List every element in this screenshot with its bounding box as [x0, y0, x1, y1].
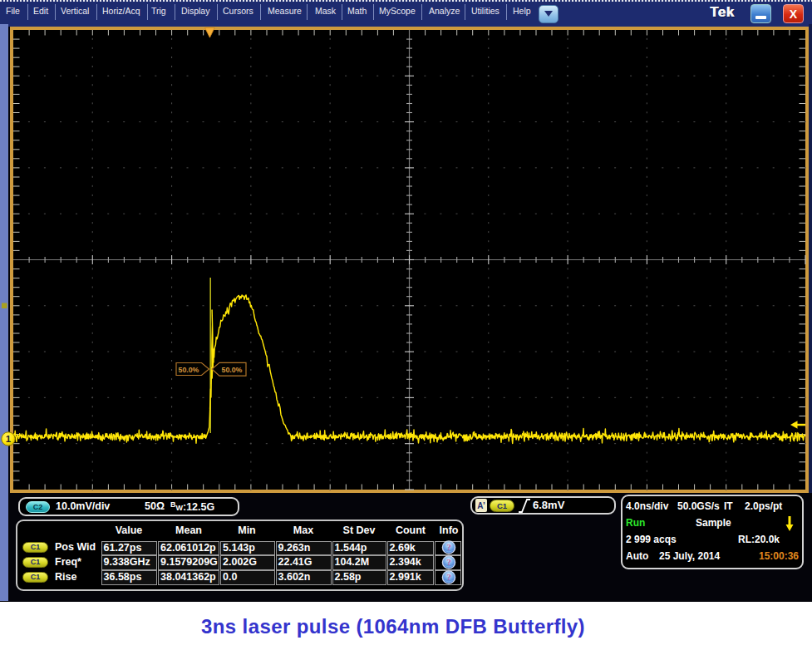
- svg-text:50.0%: 50.0%: [222, 366, 243, 374]
- svg-text:50.0%: 50.0%: [179, 366, 199, 374]
- svg-text:?: ?: [446, 543, 450, 552]
- svg-text:?: ?: [446, 573, 450, 582]
- svg-text:1: 1: [6, 434, 12, 444]
- svg-text:?: ?: [446, 558, 450, 567]
